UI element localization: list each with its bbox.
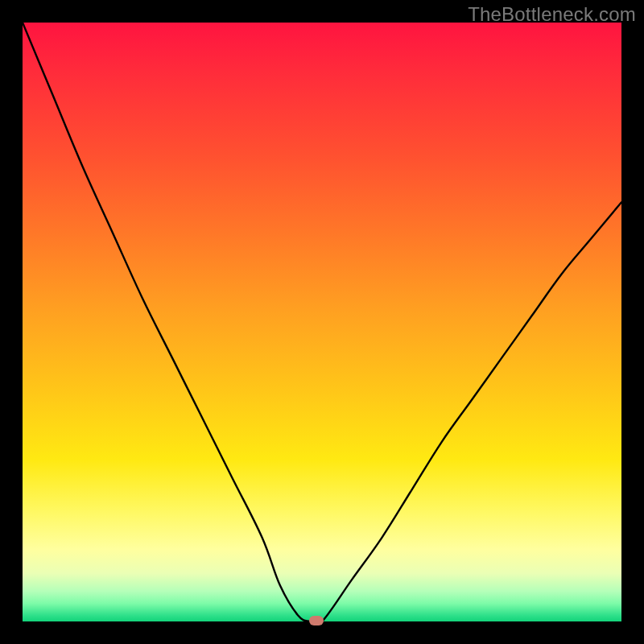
chart-frame: TheBottleneck.com xyxy=(0,0,644,644)
optimal-point-marker xyxy=(309,616,324,625)
plot-area xyxy=(23,23,621,621)
bottleneck-curve xyxy=(23,23,621,621)
